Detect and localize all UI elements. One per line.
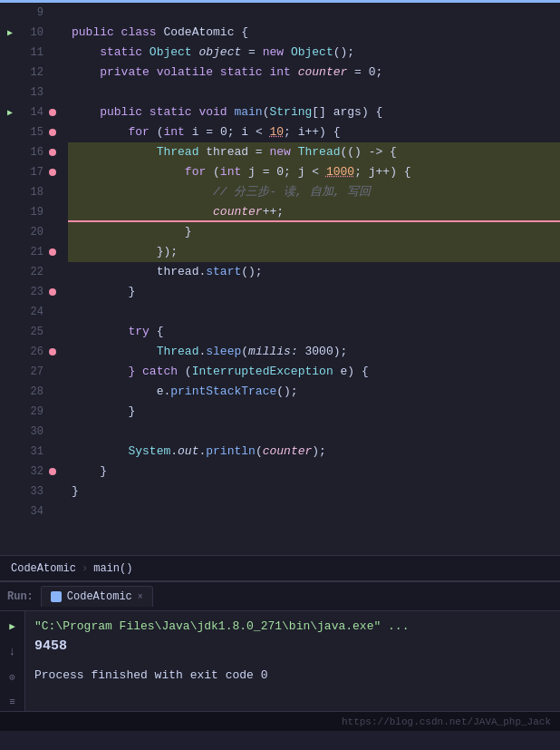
gutter-row: 11 [0, 43, 68, 63]
code-line: Thread thread = new Thread(() -> { [68, 142, 560, 162]
gutter-row: 25 [0, 322, 68, 342]
line-number: 13 [18, 86, 43, 99]
breakpoint-area[interactable] [43, 288, 62, 296]
line-number: 20 [18, 226, 43, 239]
line-number: 17 [18, 166, 43, 179]
run-console-button[interactable]: ≡ [4, 693, 22, 711]
breakpoint-indicator [49, 348, 56, 356]
breakpoint-area[interactable] [43, 149, 62, 156]
code-line: public static void main(String[] args) { [68, 102, 560, 122]
gutter-row: 18 [0, 182, 68, 202]
run-label: Run: [7, 590, 34, 603]
breakpoint-area[interactable] [43, 129, 62, 136]
output-command: "C:\Program Files\Java\jdk1.8.0_271\bin\… [34, 617, 551, 637]
gutter-row: 23 [0, 282, 68, 302]
line-number: 27 [18, 365, 43, 378]
line-number: 29 [18, 405, 43, 418]
gutter-row: 16 [0, 142, 68, 162]
line-number: 14 [18, 106, 43, 119]
run-down-button[interactable]: ↓ [4, 642, 22, 660]
breakpoint-indicator [49, 288, 56, 296]
footer-link: https://blog.csdn.net/JAVA_php_Jack [342, 716, 551, 727]
line-number: 34 [18, 505, 43, 518]
line-number: 19 [18, 206, 43, 219]
breakpoint-indicator [49, 129, 56, 136]
gutter-row: 29 [0, 402, 68, 422]
run-tab-name: CodeAtomic [67, 590, 132, 603]
gutter-row: 24 [0, 302, 68, 322]
gutter-row: 13 [0, 83, 68, 102]
line-number: 21 [18, 246, 43, 258]
code-line: } [68, 282, 560, 302]
code-lines: public class CodeAtomic { static Object … [68, 3, 560, 555]
breakpoint-area[interactable] [43, 468, 62, 475]
gutter-row: 19 [0, 202, 68, 222]
breakpoint-area[interactable] [43, 109, 62, 116]
breadcrumb: CodeAtomic › main() [11, 562, 132, 575]
line-number: 28 [18, 385, 43, 398]
console-icon: ≡ [9, 696, 15, 707]
breakpoint-area[interactable] [43, 169, 62, 176]
line-number: 12 [18, 66, 43, 79]
breakpoint-indicator [49, 468, 56, 475]
code-line [68, 422, 560, 442]
run-gutter-icon: ▶ [4, 107, 16, 118]
gutter-row: 9 [0, 3, 68, 23]
gutter-row: 22 [0, 262, 68, 282]
output-exit: Process finished with exit code 0 [34, 666, 551, 686]
code-line: try { [68, 322, 560, 342]
run-output: "C:\Program Files\Java\jdk1.8.0_271\bin\… [25, 611, 560, 711]
code-line: for (int j = 0; j < 1000; j++) { [68, 162, 560, 182]
code-line: static Object object = new Object(); [68, 43, 560, 63]
code-line: } [68, 222, 560, 242]
gutter-row: 32 [0, 462, 68, 482]
gutter-row: 34 [0, 502, 68, 521]
run-content: ▶ ↓ ⊙ ≡ "C:\Program Files\Java\jdk1.8.0_… [0, 611, 560, 711]
run-tab-close[interactable]: × [138, 592, 143, 602]
run-panel: Run: CodeAtomic × ▶ ↓ ⊙ ≡ "C:\Program Fi… [0, 580, 560, 711]
code-container: 9▶10111213▶14151617181920212223242526272… [0, 3, 560, 555]
code-line: } [68, 462, 560, 482]
line-number: 24 [18, 306, 43, 318]
line-number: 18 [18, 186, 43, 199]
run-tab[interactable]: CodeAtomic × [41, 586, 153, 607]
gutter-row: 12 [0, 63, 68, 83]
breakpoint-area[interactable] [43, 348, 62, 356]
line-number: 25 [18, 326, 43, 338]
code-line: thread.start(); [68, 262, 560, 282]
gutter-row: ▶10 [0, 23, 68, 43]
gutter-row: 17 [0, 162, 68, 182]
run-sidebar: ▶ ↓ ⊙ ≡ [0, 611, 25, 711]
breakpoint-indicator [49, 248, 56, 256]
code-line: Thread.sleep(millis: 3000); [68, 342, 560, 362]
breakpoint-area[interactable] [43, 248, 62, 256]
play-icon: ▶ [9, 620, 15, 632]
line-number: 33 [18, 485, 43, 498]
line-number: 26 [18, 346, 43, 358]
code-line: for (int i = 0; i < 10; i++) { [68, 122, 560, 142]
line-number: 10 [18, 26, 43, 39]
breadcrumb-method: main() [93, 562, 132, 575]
gutter-row: 20 [0, 222, 68, 242]
breakpoint-indicator [49, 109, 56, 116]
footer-bar: https://blog.csdn.net/JAVA_php_Jack [0, 711, 560, 731]
code-line [68, 83, 560, 102]
line-gutter: 9▶10111213▶14151617181920212223242526272… [0, 3, 68, 555]
code-line: counter++; [68, 202, 560, 222]
code-line: } catch (InterruptedException e) { [68, 362, 560, 382]
line-number: 23 [18, 286, 43, 298]
gutter-row: 21 [0, 242, 68, 262]
code-line: private volatile static int counter = 0; [68, 63, 560, 83]
line-number: 16 [18, 146, 43, 159]
run-gutter-icon: ▶ [4, 27, 16, 38]
code-line: }); [68, 242, 560, 262]
code-line [68, 302, 560, 322]
code-line: } [68, 402, 560, 422]
run-tab-icon [51, 591, 62, 602]
run-header: Run: CodeAtomic × [0, 582, 560, 611]
run-camera-button[interactable]: ⊙ [4, 667, 22, 686]
line-number: 22 [18, 266, 43, 278]
code-line [68, 3, 560, 23]
line-number: 32 [18, 465, 43, 478]
run-play-button[interactable]: ▶ [4, 617, 22, 635]
